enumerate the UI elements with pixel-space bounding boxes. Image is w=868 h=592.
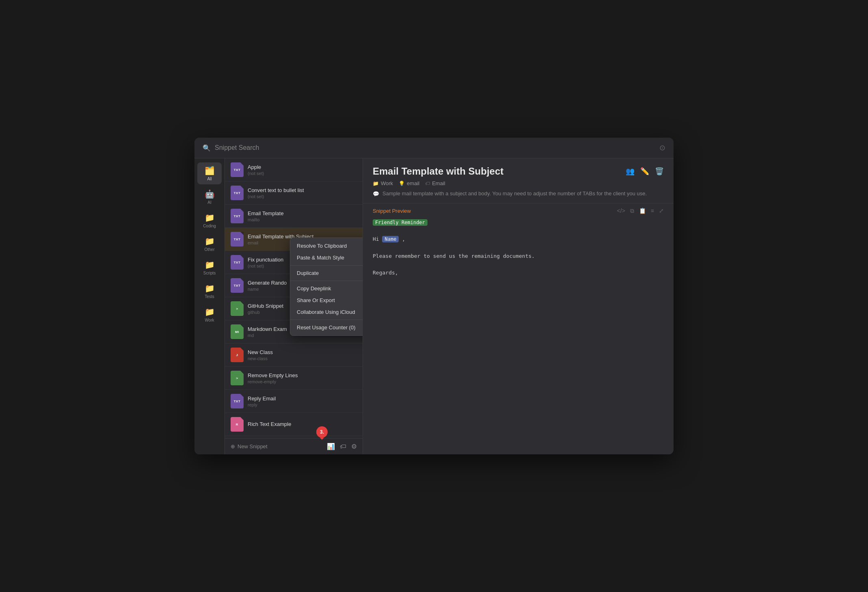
snippet-list-footer: ⊕ New Snippet 📊 🏷 ⚙ (225, 438, 363, 454)
lines-icon[interactable]: ≡ (651, 207, 654, 214)
description-text: Sample mail template with a subject and … (382, 190, 647, 198)
list-item[interactable]: TXT Email Template mailto (225, 205, 363, 228)
folder-ai-icon: 🤖 (205, 189, 215, 199)
code-icon[interactable]: </> (617, 207, 625, 214)
list-item[interactable]: TXT Reply Email reply (225, 390, 363, 413)
sidebar-item-coding[interactable]: 📁 Coding (197, 210, 222, 231)
preview-tools: </> ⧉ 📋 ≡ ⤢ (617, 207, 664, 214)
dog-ear (240, 394, 244, 397)
dog-ear (240, 255, 244, 258)
snippet-icon: > (231, 371, 244, 385)
folder-work-icon: 📁 (205, 307, 215, 317)
preview-line: Regards, (373, 269, 664, 277)
settings-icon[interactable]: ⚙ (351, 443, 357, 450)
snippet-preview-header: Snippet Preview </> ⧉ 📋 ≡ ⤢ (363, 203, 674, 218)
footer-tools: 📊 🏷 ⚙ (327, 443, 357, 450)
list-item[interactable]: > Remove Empty Lines remove-empty (225, 367, 363, 390)
edit-icon[interactable]: ✏️ (640, 167, 649, 176)
detail-tags: 📁 Work 💡 email 🏷 Email (373, 180, 664, 186)
snippet-icon: TXT (231, 394, 244, 408)
context-menu-duplicate[interactable]: Duplicate ⌘ D (290, 267, 363, 279)
dog-ear (240, 417, 244, 420)
snippet-name: Rich Text Example (248, 421, 357, 427)
new-snippet-label: New Snippet (238, 443, 268, 449)
copy-deeplink-label: Copy Deeplink (297, 285, 331, 292)
sidebar-label-tests: Tests (205, 294, 214, 299)
search-input[interactable] (215, 144, 655, 151)
detail-actions: 👥 ✏️ 🗑️ (626, 167, 664, 176)
detail-header: Email Template with Subject 👥 ✏️ 🗑️ 📁 Wo… (363, 158, 674, 203)
duplicate-label: Duplicate (297, 270, 319, 276)
context-menu-copy-deeplink[interactable]: Copy Deeplink (290, 283, 363, 294)
detail-title: Email Template with Subject (373, 166, 503, 177)
context-menu-paste-match[interactable]: Paste & Match Style ⌃ ⏎ (290, 252, 363, 264)
sidebar-item-work[interactable]: 📁 Work (197, 304, 222, 326)
copy-icon[interactable]: ⧉ (630, 207, 634, 214)
preview-line: Please remember to send us the remaining… (373, 252, 664, 261)
tag-icon[interactable]: 🏷 (340, 443, 346, 450)
tag1-label: email (407, 180, 419, 186)
snippet-preview-section: Snippet Preview </> ⧉ 📋 ≡ ⤢ Friendly Rem… (363, 203, 674, 455)
stats-icon[interactable]: 📊 (327, 443, 335, 450)
new-snippet-button[interactable]: ⊕ New Snippet (231, 443, 268, 449)
snippet-text: Reply Email reply (248, 395, 357, 407)
context-menu-collaborate[interactable]: Collaborate Using iCloud ▶ (290, 306, 363, 318)
sidebar-item-tests[interactable]: 📁 Tests (197, 280, 222, 302)
expand-icon[interactable]: ⤢ (659, 207, 664, 214)
snippet-abbr: new-class (248, 356, 357, 361)
list-item[interactable]: TXT Convert text to bullet list (not set… (225, 181, 363, 205)
sidebar-label-other: Other (204, 247, 214, 252)
folder-tests-icon: 📁 (205, 283, 215, 293)
snippet-icon: TXT (231, 209, 244, 223)
snippet-name: Reply Email (248, 395, 357, 402)
context-menu-share-export[interactable]: Share Or Export ▶ (290, 294, 363, 306)
snippet-icon: TXT (231, 162, 244, 177)
snippet-name: New Class (248, 349, 357, 355)
snippet-abbr: (not set) (248, 194, 357, 199)
dog-ear (240, 186, 244, 189)
share-users-icon[interactable]: 👥 (626, 167, 635, 176)
profile-icon[interactable]: ⊙ (659, 143, 665, 152)
sidebar-item-ai[interactable]: 🤖 AI (197, 186, 222, 208)
resolve-label: Resolve To Clipboard (297, 243, 347, 249)
dog-ear (240, 301, 244, 305)
detail-pane: Email Template with Subject 👥 ✏️ 🗑️ 📁 Wo… (363, 158, 674, 454)
context-menu-reset-counter[interactable]: Reset Usage Counter (0) (290, 322, 363, 333)
list-item[interactable]: R Rich Text Example (225, 413, 363, 436)
sidebar-label-work: Work (205, 318, 214, 322)
dog-ear (240, 348, 244, 351)
share-export-label: Share Or Export (297, 297, 335, 303)
snippet-icon: MI (231, 324, 244, 339)
bulb-icon: 💡 (399, 181, 405, 186)
detail-description: 💬 Sample mail template with a subject an… (373, 190, 664, 198)
snippet-icon: R (231, 417, 244, 432)
snippet-icon: TXT (231, 255, 244, 270)
snippet-abbr: mailto (248, 217, 357, 222)
context-menu-resolve[interactable]: Resolve To Clipboard ⌃ C (290, 240, 363, 252)
snippet-list: 1. 2. 3. 4. TXT Apple (not set) (225, 158, 363, 454)
list-item[interactable]: TXT Apple (not set) (225, 158, 363, 181)
highlight-friendly-reminder: Friendly Reminder (373, 219, 428, 226)
comment-icon: 💬 (373, 190, 379, 198)
clipboard-icon[interactable]: 📋 (639, 207, 646, 214)
folder-scripts-icon: 📁 (205, 260, 215, 270)
list-item[interactable]: J New Class new-class (225, 344, 363, 367)
sidebar-item-all[interactable]: 🗂️ All (197, 162, 222, 184)
sidebar: 🗂️ All 🤖 AI 📁 Coding 📁 Other 📁 Scripts 📁 (194, 158, 225, 454)
context-menu: Resolve To Clipboard ⌃ C Paste & Match S… (290, 238, 363, 336)
folder-tag-icon: 📁 (373, 181, 379, 186)
sidebar-label-all: All (207, 177, 212, 181)
snippet-name: Remove Empty Lines (248, 372, 357, 378)
dog-ear (240, 232, 244, 235)
paste-match-label: Paste & Match Style (297, 255, 344, 261)
step-badge-3: 3. (316, 426, 328, 438)
sidebar-item-scripts[interactable]: 📁 Scripts (197, 257, 222, 279)
snippet-abbr: (not set) (248, 171, 357, 176)
snippet-abbr: remove-empty (248, 379, 357, 384)
dog-ear (240, 324, 244, 328)
sidebar-item-other[interactable]: 📁 Other (197, 233, 222, 255)
menu-divider (290, 281, 363, 281)
snippet-name: Apple (248, 164, 357, 170)
delete-icon[interactable]: 🗑️ (655, 167, 664, 176)
tag-bulb: 💡 email (399, 180, 419, 186)
